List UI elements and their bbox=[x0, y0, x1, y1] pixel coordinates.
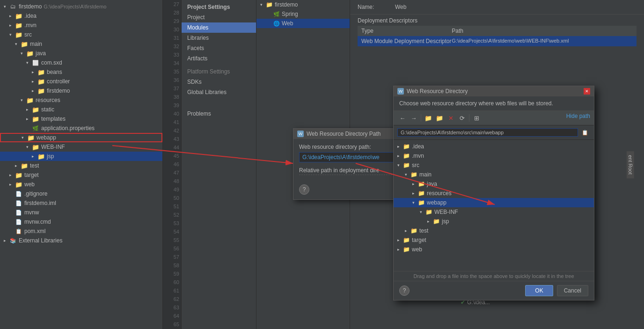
hide-path-button[interactable]: Hide path bbox=[566, 113, 590, 119]
line-num: 55 bbox=[163, 236, 179, 244]
tree-test[interactable]: 📁 test bbox=[0, 161, 162, 170]
settings-panel: Project Settings Project Modules Librari… bbox=[182, 0, 256, 329]
wrd-help-button[interactable]: ? bbox=[399, 285, 410, 296]
tree-label-static: static bbox=[41, 106, 54, 113]
settings-item-artifacts[interactable]: Artifacts bbox=[182, 53, 256, 64]
deployment-table-header: Type Path bbox=[358, 26, 637, 36]
dialog-wrdp-titlebar[interactable]: W Web Resource Directory Path ✕ bbox=[293, 129, 410, 139]
tree-mvn[interactable]: 📁 .mvn bbox=[0, 21, 162, 30]
wrdp-field-label: Web resource directory path: bbox=[299, 144, 404, 150]
deployment-table-row[interactable]: Web Module Deployment Descriptor G:\idea… bbox=[358, 36, 637, 46]
dtree-idea[interactable]: 📁 .idea bbox=[394, 142, 594, 151]
tree-webinf[interactable]: 📁 WEB-INF bbox=[0, 142, 162, 152]
wrd-path-input[interactable] bbox=[397, 128, 578, 137]
line-num: 38 bbox=[163, 93, 179, 101]
tree-web[interactable]: 📁 web bbox=[0, 180, 162, 189]
settings-item-sdks[interactable]: SDKs bbox=[182, 77, 256, 87]
dtree-arrow-test bbox=[405, 228, 410, 233]
project-tree-root-arrow bbox=[260, 2, 266, 7]
external-libs-icon: 📚 bbox=[9, 237, 17, 244]
tree-label-comsxd: com.sxd bbox=[41, 59, 62, 66]
tree-mvnw[interactable]: 📄 mvnw bbox=[0, 208, 162, 217]
tree-main[interactable]: 📁 main bbox=[0, 39, 162, 49]
tree-arrow-target bbox=[9, 173, 15, 177]
settings-item-libraries[interactable]: Libraries bbox=[182, 33, 256, 43]
dtree-mvn[interactable]: 📁 .mvn bbox=[394, 151, 594, 161]
tree-arrow-main bbox=[15, 42, 21, 46]
settings-item-project[interactable]: Project bbox=[182, 12, 256, 22]
dtree-label-main: main bbox=[419, 171, 432, 178]
tree-target[interactable]: 📁 target bbox=[0, 170, 162, 180]
dtree-arrow-target bbox=[397, 238, 403, 242]
toolbar-grid-button[interactable]: ⊞ bbox=[471, 113, 482, 123]
tree-beans[interactable]: 📁 beans bbox=[0, 67, 162, 77]
tree-comsxd[interactable]: ⬜ com.sxd bbox=[0, 58, 162, 67]
path-copy-button[interactable]: 📋 bbox=[580, 127, 590, 138]
settings-item-facets[interactable]: Facets bbox=[182, 43, 256, 53]
line-num: 54 bbox=[163, 227, 179, 236]
project-tree-root[interactable]: 📁 firstdemo bbox=[256, 0, 350, 9]
tree-webapp[interactable]: 📁 webapp bbox=[0, 133, 162, 142]
tree-static[interactable]: 📁 static bbox=[0, 105, 162, 114]
tree-java[interactable]: 📁 java bbox=[0, 49, 162, 58]
tree-pom[interactable]: 📋 pom.xml bbox=[0, 227, 162, 236]
project-tree-spring[interactable]: 🌿 Spring bbox=[256, 9, 350, 19]
dialog-wrd-tree: 📁 .idea 📁 .mvn 📁 src 📁 main bbox=[394, 140, 594, 271]
toolbar-delete-button[interactable]: ✕ bbox=[446, 113, 456, 123]
project-tree-root-label: firstdemo bbox=[275, 1, 298, 8]
tree-jsp[interactable]: 📁 jsp bbox=[0, 152, 162, 161]
toolbar-forward-button[interactable]: → bbox=[409, 113, 419, 123]
dialog-wrd-titlebar[interactable]: W Web Resource Directory ✕ bbox=[394, 86, 594, 96]
dialog-wrd-title-group: W Web Resource Directory bbox=[397, 88, 468, 95]
settings-item-global-libraries[interactable]: Global Libraries bbox=[182, 87, 256, 97]
dtree-web[interactable]: 📁 web bbox=[394, 245, 594, 254]
dtree-main[interactable]: 📁 main bbox=[394, 170, 594, 179]
toolbar-new-folder-button[interactable]: 📁 bbox=[434, 113, 445, 123]
file-icon-mvnw-cmd: 📄 bbox=[15, 218, 22, 226]
tree-root[interactable]: 🗂 firstdemo G:\ideaProjects\A\firstdemo bbox=[0, 2, 162, 11]
tree-templates[interactable]: 📁 templates bbox=[0, 114, 162, 124]
settings-item-modules[interactable]: Modules bbox=[182, 22, 256, 33]
tree-label-web: web bbox=[24, 181, 35, 188]
line-num: 56 bbox=[163, 244, 179, 253]
wrdp-field-input[interactable] bbox=[299, 152, 404, 162]
dtree-arrow-src bbox=[397, 163, 403, 168]
settings-item-problems[interactable]: Problems bbox=[182, 109, 256, 119]
wrdp-help-button[interactable]: ? bbox=[299, 184, 309, 195]
dtree-java[interactable]: 📁 java bbox=[394, 179, 594, 189]
main-container: 🗂 firstdemo G:\ideaProjects\A\firstdemo … bbox=[0, 0, 644, 329]
dtree-label-resources: resources bbox=[427, 190, 452, 197]
tree-gitignore[interactable]: 📄 .gitignore bbox=[0, 189, 162, 198]
tree-mvnw-cmd[interactable]: 📄 mvnw.cmd bbox=[0, 217, 162, 227]
dtree-label-mvn: .mvn bbox=[412, 153, 424, 159]
dtree-webapp[interactable]: 📁 webapp bbox=[394, 198, 594, 207]
dtree-test[interactable]: 📁 test bbox=[394, 226, 594, 235]
toolbar-refresh-button[interactable]: ⟳ bbox=[457, 113, 467, 123]
folder-icon-java: 📁 bbox=[26, 50, 34, 57]
project-tree-web[interactable]: 🌐 Web bbox=[256, 19, 350, 28]
name-label: Name: bbox=[358, 4, 395, 10]
tree-src[interactable]: 📁 src bbox=[0, 30, 162, 39]
tree-app-props[interactable]: 🌿 application.properties bbox=[0, 124, 162, 133]
tree-resources[interactable]: 📁 resources bbox=[0, 95, 162, 105]
tree-controller[interactable]: 📁 controller bbox=[0, 77, 162, 86]
dtree-webinf[interactable]: 📁 WEB-INF bbox=[394, 207, 594, 217]
dialog-wrdp-icon: W bbox=[297, 131, 304, 137]
dtree-target[interactable]: 📁 target bbox=[394, 235, 594, 245]
wrd-ok-button[interactable]: OK bbox=[525, 285, 553, 296]
tree-root-label: firstdemo bbox=[19, 3, 42, 10]
tree-external-libs[interactable]: 📚 External Libraries bbox=[0, 236, 162, 245]
dtree-resources[interactable]: 📁 resources bbox=[394, 189, 594, 198]
dtree-src[interactable]: 📁 src bbox=[394, 161, 594, 170]
file-tree-panel: 🗂 firstdemo G:\ideaProjects\A\firstdemo … bbox=[0, 0, 163, 329]
wrd-cancel-button[interactable]: Cancel bbox=[557, 285, 588, 296]
tree-firstdemo-sub[interactable]: 📁 firstdemo bbox=[0, 86, 162, 95]
dialog-wrd-close-button[interactable]: ✕ bbox=[584, 88, 590, 95]
tree-label-resources: resources bbox=[36, 97, 60, 103]
tree-arrow-jsp bbox=[32, 154, 37, 159]
tree-idea[interactable]: 📁 .idea bbox=[0, 11, 162, 21]
toolbar-back-button[interactable]: ← bbox=[397, 113, 408, 123]
toolbar-folder-button[interactable]: 📁 bbox=[423, 113, 433, 123]
dtree-jsp[interactable]: 📁 jsp bbox=[394, 217, 594, 226]
tree-iml[interactable]: 📄 firstdemo.iml bbox=[0, 198, 162, 208]
